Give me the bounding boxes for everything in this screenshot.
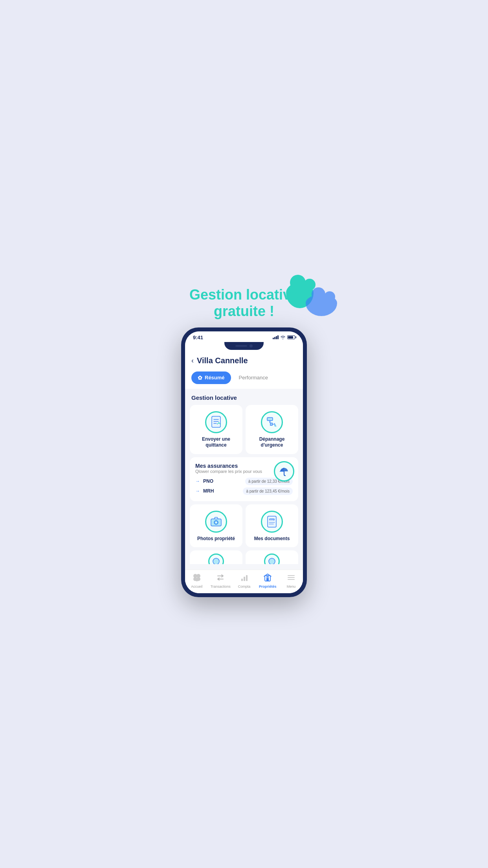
svg-point-7 (275, 425, 277, 427)
document-icon: DOC (266, 515, 277, 528)
svg-rect-30 (266, 576, 268, 577)
section-title: Gestion locative (190, 394, 298, 401)
svg-rect-23 (196, 580, 198, 581)
main-section: Gestion locative (185, 389, 303, 570)
main-title-highlight: gratuite ! (214, 303, 274, 319)
card-photos[interactable]: Photos propriété (190, 504, 242, 548)
notch-camera (250, 344, 253, 348)
arrow-icon-pno: → (195, 478, 200, 484)
svg-point-17 (213, 558, 219, 564)
wifi-icon (280, 335, 286, 340)
phone-screen: 9:41 (185, 331, 303, 594)
faucet-icon (265, 417, 279, 428)
svg-rect-24 (241, 579, 243, 581)
app-header: ‹ Villa Cannelle (185, 351, 303, 369)
svg-rect-0 (212, 416, 220, 427)
mrh-price: à partir de 123,45 €/mois (243, 487, 293, 495)
clover-nav-icon (193, 573, 201, 584)
svg-rect-25 (244, 577, 245, 581)
tabs-container: ✿ Résumé Performance (185, 369, 303, 389)
card-documents[interactable]: DOC Mes documents (246, 504, 298, 548)
depannage-icon-bg (261, 411, 283, 433)
nav-transactions[interactable]: Transactions (211, 573, 231, 588)
notch-speaker (235, 345, 247, 347)
partial-icon-2 (264, 554, 280, 564)
arrow-icon-mrh: → (195, 488, 200, 494)
quittance-icon-bg (205, 411, 227, 433)
notch-inner (224, 342, 264, 350)
nav-compta[interactable]: Compta (235, 573, 254, 588)
photos-icon-bg (205, 511, 227, 533)
documents-label: Mes documents (254, 536, 290, 542)
partial-icon-1 (208, 554, 224, 564)
svg-rect-31 (268, 576, 269, 577)
bottom-cards-grid: Photos propriété DOC (190, 504, 298, 548)
umbrella-svg (279, 467, 289, 476)
chart-nav-icon (240, 573, 249, 584)
svg-rect-29 (268, 578, 269, 581)
nav-accueil[interactable]: Accueil (187, 573, 207, 588)
camera-icon (210, 517, 222, 527)
status-bar: 9:41 (185, 331, 303, 342)
mrh-label: MRH (203, 488, 215, 494)
status-icons (273, 335, 295, 340)
building-nav-icon (263, 573, 272, 584)
documents-icon-bg: DOC (261, 511, 283, 533)
partial-card-2 (246, 550, 298, 564)
insurance-icon-wrapper (274, 461, 294, 482)
insurance-row-mrh[interactable]: → MRH à partir de 123,45 €/mois (195, 487, 293, 495)
svg-text:DOC: DOC (270, 519, 275, 521)
status-time: 9:41 (193, 335, 203, 340)
quittance-label: Envoyer une quittance (194, 436, 238, 449)
card-quittance[interactable]: Envoyer une quittance (190, 405, 242, 454)
nav-menu[interactable]: Menu (281, 573, 301, 588)
nav-menu-label: Menu (287, 585, 296, 588)
tab-resume-label: Résumé (205, 375, 225, 381)
umbrella-icon (274, 461, 294, 482)
nav-accueil-label: Accueil (191, 585, 202, 588)
arrows-nav-icon (216, 573, 225, 584)
nav-proprietes[interactable]: Propriétés (258, 573, 277, 588)
menu-nav-icon (287, 573, 295, 584)
nav-proprietes-label: Propriétés (259, 585, 277, 588)
svg-point-11 (215, 521, 217, 523)
clover-icon: ✿ (198, 375, 202, 381)
svg-rect-26 (246, 575, 248, 581)
tab-resume[interactable]: ✿ Résumé (191, 371, 231, 384)
tab-performance[interactable]: Performance (234, 371, 273, 384)
notch (185, 342, 303, 351)
nav-transactions-label: Transactions (211, 585, 231, 588)
battery-icon (287, 335, 295, 339)
svg-point-18 (269, 558, 275, 564)
signal-icon (273, 335, 279, 339)
app-content: ‹ Villa Cannelle ✿ Résumé Performance Ge… (185, 351, 303, 594)
svg-rect-5 (270, 421, 270, 423)
photos-label: Photos propriété (197, 536, 235, 542)
svg-rect-12 (268, 516, 276, 527)
pno-label: PNO (203, 478, 215, 484)
phone-frame: 9:41 (181, 327, 307, 598)
nav-compta-label: Compta (238, 585, 251, 588)
partial-row (190, 550, 298, 564)
bottom-nav: Accueil Transactions (185, 570, 303, 593)
receipt-icon (210, 416, 222, 429)
card-depannage[interactable]: Dépannage d'urgence (246, 405, 298, 454)
tab-performance-label: Performance (239, 375, 268, 381)
svg-rect-28 (266, 578, 268, 581)
partial-card-1 (190, 550, 242, 564)
insurance-card[interactable]: Mes assurances Qlower compare les prix p… (190, 457, 298, 501)
page-header: Gestion locative gratuite ! (163, 271, 325, 327)
svg-rect-4 (267, 417, 273, 421)
back-button[interactable]: ‹ (191, 357, 194, 365)
depannage-label: Dépannage d'urgence (250, 436, 294, 449)
top-cards-grid: Envoyer une quittance (190, 405, 298, 454)
page-wrapper: Gestion locative gratuite ! 9:41 (163, 271, 325, 598)
page-title: Villa Cannelle (197, 356, 248, 365)
main-title-text: Gestion locative (189, 287, 299, 303)
